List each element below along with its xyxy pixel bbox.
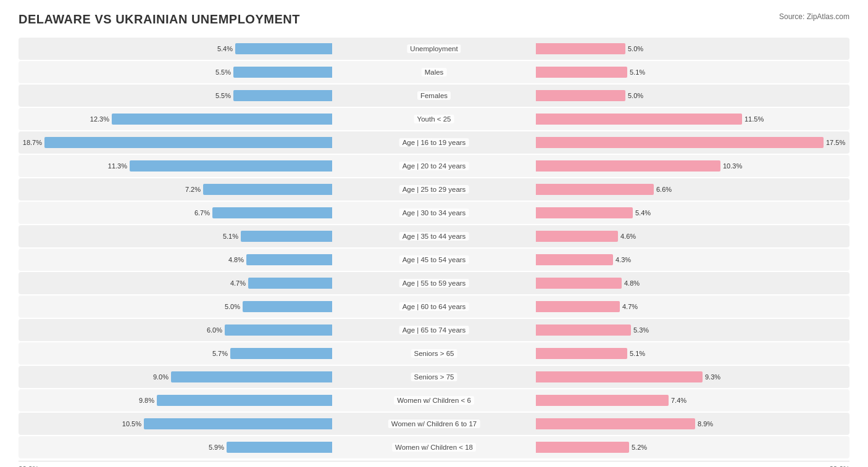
left-bar-wrap: 5.9% [19,441,434,453]
left-value: 5.4% [209,45,233,52]
right-section: 4.3% [434,250,849,269]
center-label: Youth < 25 [414,115,454,123]
bar-pink [536,90,625,101]
center-label: Age | 45 to 54 years [399,255,469,264]
row-inner: 4.7% Age | 55 to 59 years 4.8% [19,274,849,292]
right-section: 7.4% [434,391,849,410]
left-value: 9.0% [145,373,169,381]
left-section: 18.7% [19,133,434,152]
left-value: 4.8% [220,256,244,263]
left-value: 5.1% [215,233,238,240]
left-section: 12.3% [19,110,434,128]
row-inner: 5.1% Age | 35 to 44 years 4.6% [19,227,849,246]
left-value: 7.2% [177,186,201,193]
right-section: 5.2% [434,438,849,457]
center-label: Age | 25 to 29 years [399,185,469,194]
center-label: Age | 65 to 74 years [399,326,469,334]
row-inner: 5.5% Males 5.1% [19,63,849,81]
chart-container: DELAWARE VS UKRAINIAN UNEMPLOYMENT Sourc… [0,0,868,467]
right-section: 17.5% [434,133,849,152]
bar-blue [171,371,332,382]
center-label: Age | 30 to 34 years [399,209,469,217]
axis-row: 20.0% 20.0% [19,461,849,467]
bar-blue [246,254,332,265]
bar-pink [536,137,824,148]
left-section: 5.5% [19,63,434,81]
left-section: 11.3% [19,157,434,175]
bar-blue [112,114,332,125]
right-section: 4.8% [434,274,849,292]
bar-pink [536,67,627,78]
bar-pink [536,442,629,453]
left-bar-wrap: 7.2% [19,183,434,196]
right-bar-wrap: 8.9% [434,418,849,430]
chart-row: 12.3% Youth < 25 11.5% [19,108,849,130]
bar-pink [536,395,669,406]
chart-row: 4.8% Age | 45 to 54 years 4.3% [19,249,849,271]
right-section: 5.3% [434,321,849,339]
center-label: Seniors > 65 [411,349,457,358]
right-section: 5.0% [434,39,849,58]
chart-row: 5.5% Females 5.0% [19,85,849,107]
right-value: 5.4% [635,209,659,217]
right-value: 4.6% [620,233,644,240]
row-inner: 11.3% Age | 20 to 24 years 10.3% [19,157,849,175]
bar-blue [203,184,332,195]
left-value: 6.7% [186,209,210,217]
row-inner: 9.0% Seniors > 75 9.3% [19,368,849,386]
bar-pink [536,418,695,429]
row-inner: 5.9% Women w/ Children < 18 5.2% [19,438,849,457]
right-value: 5.1% [630,350,653,357]
right-bar-wrap: 5.2% [434,441,849,453]
right-value: 6.6% [656,186,680,193]
left-bar-wrap: 5.1% [19,230,434,242]
row-inner: 7.2% Age | 25 to 29 years 6.6% [19,180,849,199]
chart-row: 9.0% Seniors > 75 9.3% [19,366,849,388]
bar-blue [130,160,332,172]
left-bar-wrap: 5.5% [19,89,434,102]
left-bar-wrap: 4.7% [19,277,434,289]
left-section: 5.5% [19,86,434,105]
chart-source: Source: ZipAtlas.com [779,12,849,21]
center-label: Females [417,91,451,100]
bar-blue [227,442,332,453]
right-section: 5.4% [434,204,849,222]
row-inner: 6.7% Age | 30 to 34 years 5.4% [19,204,849,222]
right-section: 5.1% [434,63,849,81]
bar-blue [233,90,332,101]
left-value: 5.5% [207,92,231,99]
right-bar-wrap: 4.7% [434,300,849,313]
right-value: 4.7% [622,303,646,310]
right-value: 4.8% [624,279,648,287]
chart-row: 7.2% Age | 25 to 29 years 6.6% [19,178,849,200]
right-value: 11.5% [745,115,768,123]
bar-pink [536,231,618,242]
center-label: Age | 60 to 64 years [399,302,469,311]
left-section: 5.1% [19,227,434,246]
right-value: 5.0% [628,45,651,52]
chart-header: DELAWARE VS UKRAINIAN UNEMPLOYMENT Sourc… [19,12,849,27]
center-label: Women w/ Children 6 to 17 [388,419,480,428]
left-section: 6.0% [19,321,434,339]
right-section: 6.6% [434,180,849,199]
left-value: 5.9% [201,444,224,451]
chart-row: 6.7% Age | 30 to 34 years 5.4% [19,202,849,224]
left-bar-wrap: 4.8% [19,254,434,266]
left-bar-wrap: 5.5% [19,66,434,78]
left-bar-wrap: 9.8% [19,394,434,407]
right-value: 5.3% [633,326,657,334]
center-label: Age | 20 to 24 years [399,162,469,170]
left-section: 10.5% [19,415,434,433]
left-section: 5.9% [19,438,434,457]
left-value: 10.5% [118,420,141,428]
left-bar-wrap: 10.5% [19,418,434,430]
right-bar-wrap: 5.4% [434,207,849,219]
right-value: 17.5% [826,139,849,146]
bar-blue [225,324,332,336]
left-bar-wrap: 5.0% [19,300,434,313]
row-inner: 4.8% Age | 45 to 54 years 4.3% [19,250,849,269]
left-section: 9.0% [19,368,434,386]
chart-row: 10.5% Women w/ Children 6 to 17 8.9% [19,413,849,435]
left-bar-wrap: 6.7% [19,207,434,219]
bar-pink [536,324,631,336]
